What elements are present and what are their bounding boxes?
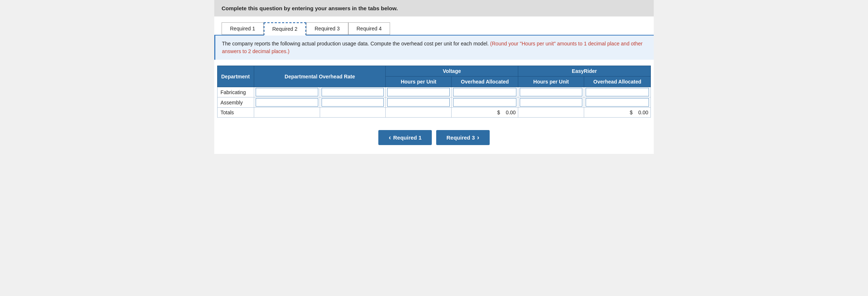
fabricating-e-overhead-input[interactable] <box>586 88 649 96</box>
prev-button[interactable]: Required 1 <box>378 130 432 145</box>
fabricating-rate2-input[interactable] <box>322 88 384 96</box>
fabricating-e-overhead-cell[interactable] <box>584 87 651 97</box>
totals-easyrider-total-cell: $ 0.00 <box>584 108 651 118</box>
assembly-rate2-input[interactable] <box>322 98 384 107</box>
col-easyrider-group: EasyRider <box>518 66 651 77</box>
col-easyrider-overhead: Overhead Allocated <box>584 77 651 87</box>
assembly-v-hours-input[interactable] <box>387 98 450 107</box>
col-voltage-hours: Hours per Unit <box>386 77 452 87</box>
col-easyrider-hours: Hours per Unit <box>518 77 584 87</box>
next-button-label: Required 3 <box>446 134 475 141</box>
assembly-rate1-input[interactable] <box>256 98 318 107</box>
col-voltage-group: Voltage <box>386 66 518 77</box>
table-header-row1: Department Departmental Overhead Rate Vo… <box>218 66 651 77</box>
info-plain-text: The company reports the following actual… <box>222 41 489 47</box>
tab-required3[interactable]: Required 3 <box>306 22 348 35</box>
assembly-e-hours-input[interactable] <box>520 98 582 107</box>
fabricating-rate1-input[interactable] <box>256 88 318 96</box>
assembly-dept-label: Assembly <box>218 97 254 108</box>
table-section: Department Departmental Overhead Rate Vo… <box>214 60 654 123</box>
fabricating-e-hours-input[interactable] <box>520 88 582 96</box>
totals-e-hours-cell <box>518 108 584 118</box>
tabs-area: Required 1 Required 2 Required 3 Require… <box>214 16 654 36</box>
next-chevron-icon <box>477 134 479 141</box>
col-rate: Departmental Overhead Rate <box>254 66 386 87</box>
tab-required4[interactable]: Required 4 <box>348 22 390 35</box>
table-row: Assembly <box>218 97 651 108</box>
instruction-bar: Complete this question by entering your … <box>214 0 654 16</box>
next-button[interactable]: Required 3 <box>436 130 490 145</box>
assembly-e-hours-cell[interactable] <box>518 97 584 108</box>
totals-label: Totals <box>218 108 254 118</box>
assembly-v-hours-cell[interactable] <box>386 97 452 108</box>
totals-row: Totals $ 0.00 $ 0.00 <box>218 108 651 118</box>
table-row: Fabricating <box>218 87 651 97</box>
page-wrapper: Complete this question by entering your … <box>214 0 654 154</box>
col-voltage-overhead: Overhead Allocated <box>452 77 518 87</box>
assembly-rate2-cell[interactable] <box>320 97 386 108</box>
fabricating-v-overhead-cell[interactable] <box>452 87 518 97</box>
fabricating-dept-label: Fabricating <box>218 87 254 97</box>
totals-voltage-total-cell: $ 0.00 <box>452 108 518 118</box>
easyrider-dollar-sign: $ <box>630 110 633 115</box>
info-box: The company reports the following actual… <box>214 36 654 60</box>
main-table: Department Departmental Overhead Rate Vo… <box>217 66 651 118</box>
tab-required1[interactable]: Required 1 <box>222 22 264 35</box>
voltage-dollar-sign: $ <box>497 110 500 115</box>
easyrider-total-value: 0.00 <box>638 110 648 115</box>
fabricating-v-hours-input[interactable] <box>387 88 450 96</box>
assembly-e-overhead-input[interactable] <box>586 98 649 107</box>
prev-chevron-icon <box>389 134 391 141</box>
assembly-rate1-cell[interactable] <box>254 97 320 108</box>
totals-rate2-cell <box>320 108 386 118</box>
fabricating-e-hours-cell[interactable] <box>518 87 584 97</box>
fabricating-v-overhead-input[interactable] <box>453 88 516 96</box>
prev-button-label: Required 1 <box>393 134 422 141</box>
nav-buttons-area: Required 1 Required 3 <box>214 123 654 154</box>
instruction-text: Complete this question by entering your … <box>222 5 398 11</box>
tab-required2[interactable]: Required 2 <box>264 22 307 36</box>
assembly-v-overhead-input[interactable] <box>453 98 516 107</box>
fabricating-rate1-cell[interactable] <box>254 87 320 97</box>
fabricating-rate2-cell[interactable] <box>320 87 386 97</box>
col-department: Department <box>218 66 254 87</box>
assembly-e-overhead-cell[interactable] <box>584 97 651 108</box>
totals-v-hours-cell <box>386 108 452 118</box>
totals-rate1-cell <box>254 108 320 118</box>
voltage-total-value: 0.00 <box>506 110 516 115</box>
fabricating-v-hours-cell[interactable] <box>386 87 452 97</box>
assembly-v-overhead-cell[interactable] <box>452 97 518 108</box>
